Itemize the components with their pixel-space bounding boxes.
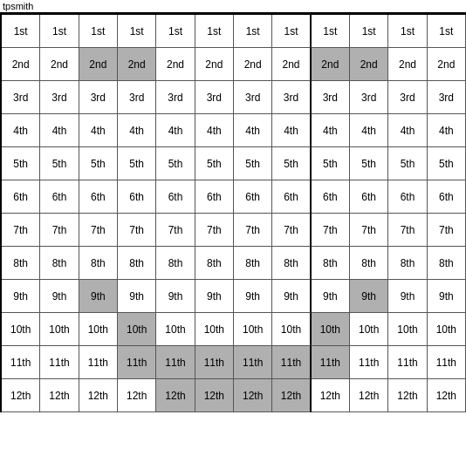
- table-cell: 9th: [428, 280, 466, 313]
- table-cell: 5th: [312, 147, 350, 180]
- table-cell: 12th: [234, 379, 272, 412]
- table-cell: 8th: [350, 247, 388, 280]
- table-cell: 3rd: [118, 81, 156, 114]
- table-cell: 8th: [234, 247, 272, 280]
- table-cell: 1st: [350, 15, 388, 48]
- table-cell: 9th: [156, 280, 195, 313]
- table-cell: 4th: [40, 114, 79, 147]
- table-cell: 3rd: [312, 81, 350, 114]
- table-cell: 10th: [388, 313, 427, 346]
- table-cell: 10th: [350, 313, 388, 346]
- table-cell: 1st: [388, 15, 427, 48]
- table-cell: 12th: [312, 379, 350, 412]
- table-cell: 4th: [195, 114, 234, 147]
- table-cell: 6th: [79, 180, 118, 214]
- table-cell: 11th: [272, 346, 311, 379]
- table-cell: 5th: [234, 147, 272, 180]
- table-cell: 7th: [195, 214, 234, 247]
- table-cell: 9th: [388, 280, 427, 313]
- table-cell: 1st: [195, 15, 234, 48]
- table-cell: 8th: [156, 247, 195, 280]
- table-cell: 6th: [40, 180, 79, 214]
- table-cell: 10th: [234, 313, 272, 346]
- table-cell: 10th: [195, 313, 234, 346]
- table-cell: 8th: [195, 247, 234, 280]
- title-text: tpsmith: [3, 1, 33, 11]
- table-cell: 1st: [234, 15, 272, 48]
- table-cell: 4th: [234, 114, 272, 147]
- table-cell: 4th: [428, 114, 466, 147]
- table-cell: 11th: [350, 346, 388, 379]
- table-cell: 7th: [118, 214, 156, 247]
- table-cell: 3rd: [156, 81, 195, 114]
- table-cell: 12th: [156, 379, 195, 412]
- table-cell: 5th: [272, 147, 311, 180]
- table-cell: 9th: [40, 280, 79, 313]
- table-cell: 6th: [2, 180, 40, 214]
- table-cell: 6th: [312, 180, 350, 214]
- table-cell: 4th: [312, 114, 350, 147]
- table-cell: 11th: [118, 346, 156, 379]
- table-cell: 9th: [272, 280, 311, 313]
- table-cell: 3rd: [234, 81, 272, 114]
- table-cell: 1st: [40, 15, 79, 48]
- table-cell: 1st: [272, 15, 311, 48]
- table-cell: 11th: [312, 346, 350, 379]
- table-cell: 5th: [79, 147, 118, 180]
- table-cell: 3rd: [79, 81, 118, 114]
- table-cell: 5th: [118, 147, 156, 180]
- table-cell: 9th: [350, 280, 388, 313]
- table-cell: 8th: [428, 247, 466, 280]
- table-cell: 7th: [79, 214, 118, 247]
- table-cell: 2nd: [156, 48, 195, 81]
- table-cell: 11th: [234, 346, 272, 379]
- table-cell: 7th: [234, 214, 272, 247]
- table-cell: 1st: [118, 15, 156, 48]
- table-cell: 3rd: [428, 81, 466, 114]
- table-cell: 12th: [195, 379, 234, 412]
- table-cell: 12th: [40, 379, 79, 412]
- table-cell: 2nd: [195, 48, 234, 81]
- table-cell: 12th: [79, 379, 118, 412]
- table-cell: 10th: [79, 313, 118, 346]
- table-cell: 6th: [272, 180, 311, 214]
- table-cell: 7th: [350, 214, 388, 247]
- table-cell: 6th: [428, 180, 466, 214]
- table-cell: 8th: [40, 247, 79, 280]
- table-cell: 4th: [79, 114, 118, 147]
- table-cell: 11th: [388, 346, 427, 379]
- table-cell: 1st: [312, 15, 350, 48]
- table-cell: 3rd: [388, 81, 427, 114]
- table-cell: 3rd: [2, 81, 40, 114]
- table-cell: 3rd: [195, 81, 234, 114]
- table-cell: 9th: [2, 280, 40, 313]
- table-cell: 8th: [272, 247, 311, 280]
- table-cell: 1st: [2, 15, 40, 48]
- table-cell: 9th: [234, 280, 272, 313]
- table-cell: 8th: [388, 247, 427, 280]
- table-cell: 4th: [350, 114, 388, 147]
- table-cell: 12th: [118, 379, 156, 412]
- table-cell: 6th: [388, 180, 427, 214]
- table-cell: 7th: [40, 214, 79, 247]
- table-cell: 12th: [272, 379, 311, 412]
- table-cell: 7th: [428, 214, 466, 247]
- table-cell: 5th: [350, 147, 388, 180]
- table-cell: 2nd: [272, 48, 311, 81]
- table-cell: 8th: [2, 247, 40, 280]
- table-cell: 2nd: [350, 48, 388, 81]
- table-cell: 9th: [79, 280, 118, 313]
- table-cell: 12th: [350, 379, 388, 412]
- table-cell: 2nd: [428, 48, 466, 81]
- table-cell: 11th: [40, 346, 79, 379]
- table-cell: 1st: [79, 15, 118, 48]
- table-cell: 3rd: [272, 81, 311, 114]
- table-cell: 12th: [428, 379, 466, 412]
- table-cell: 11th: [2, 346, 40, 379]
- table-cell: 2nd: [2, 48, 40, 81]
- table-cell: 4th: [156, 114, 195, 147]
- table-cell: 5th: [428, 147, 466, 180]
- table-cell: 3rd: [350, 81, 388, 114]
- table-cell: 10th: [118, 313, 156, 346]
- table-cell: 2nd: [312, 48, 350, 81]
